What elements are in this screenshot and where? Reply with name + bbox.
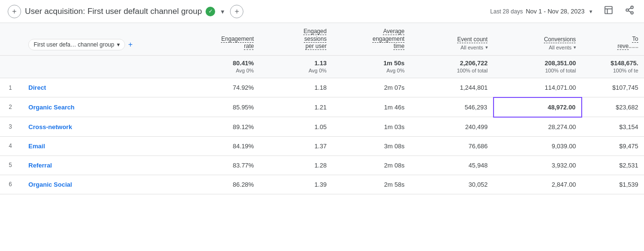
event-count-cell: 30,052 [410, 175, 493, 194]
add-filter-button[interactable]: + [128, 40, 132, 49]
summary-engagement-rate: 80.41% Avg 0% [187, 55, 260, 78]
revenue-cell: $2,531 [582, 155, 644, 175]
avg-engagement-cell: 1m 46s [333, 97, 411, 117]
date-range: Last 28 days Nov 1 - Nov 28, 2023 ▾ [490, 7, 594, 16]
channel-name-cell[interactable]: Referral [21, 155, 187, 175]
add-icon: + [12, 7, 16, 16]
table-row: 2 Organic Search 85.95% 1.21 1m 46s 546,… [0, 97, 644, 117]
table-row: 1 Direct 74.92% 1.18 2m 07s 1,244,801 11… [0, 78, 644, 97]
svg-point-3 [631, 6, 633, 9]
conversions-cell: 28,274.00 [494, 117, 582, 137]
channel-name-cell[interactable]: Organic Social [21, 175, 187, 194]
plus-icon: + [235, 7, 239, 16]
conversions-cell: 3,932.00 [494, 155, 582, 175]
conversions-column-header: Conversions All events ▾ [494, 23, 582, 55]
sessions-header-content: Engagedsessionsper user [265, 28, 327, 50]
summary-event-count: 2,206,722 100% of total [410, 55, 493, 78]
top-bar-right: Last 28 days Nov 1 - Nov 28, 2023 ▾ [490, 3, 636, 19]
revenue-cell: $9,475 [582, 136, 644, 155]
engagement-rate-cell: 74.92% [187, 78, 260, 97]
avg-engagement-label: Averageengagementtime [372, 28, 404, 50]
summary-rank [0, 55, 21, 78]
svg-rect-0 [605, 7, 612, 14]
date-value: Nov 1 - Nov 28, 2023 [526, 8, 585, 15]
table-row: 4 Email 84.19% 1.37 3m 08s 76,686 9,039.… [0, 136, 644, 155]
revenue-column-header: Toreve [582, 23, 644, 55]
avg-engagement-cell: 2m 58s [333, 175, 411, 194]
summary-revenue: $148,675. 100% of te [582, 55, 644, 78]
event-count-sub: All events [460, 45, 483, 50]
engaged-sessions-cell: 1.28 [260, 155, 333, 175]
avg-engagement-cell: 1m 03s [333, 117, 411, 137]
summary-row: 80.41% Avg 0% 1.13 Avg 0% 1m 50s Avg 0% … [0, 55, 644, 78]
chart-icon-button[interactable] [602, 3, 615, 19]
share-icon-button[interactable] [623, 3, 636, 19]
date-dropdown-button[interactable]: ▾ [587, 7, 594, 16]
rank-cell: 6 [0, 175, 21, 194]
event-count-cell: 1,244,801 [410, 78, 493, 97]
table-row: 6 Organic Social 86.28% 1.39 2m 58s 30,0… [0, 175, 644, 194]
revenue-cell: $107,745 [582, 78, 644, 97]
avg-engagement-column-header: Averageengagementtime [333, 23, 411, 55]
svg-line-7 [628, 8, 631, 9]
top-bar-left: + User acquisition: First user default c… [8, 5, 243, 18]
conversions-header-content: Conversions All events ▾ [499, 36, 576, 50]
top-bar: + User acquisition: First user default c… [0, 0, 644, 23]
engagement-rate-cell: 89.12% [187, 117, 260, 137]
table-header-row: First user defa… channel group ▾ + Engag… [0, 23, 644, 55]
rank-column-header [0, 23, 21, 55]
engaged-sessions-cell: 1.39 [260, 175, 333, 194]
channel-name-cell[interactable]: Direct [21, 78, 187, 97]
engaged-sessions-column-header: Engagedsessionsper user [260, 23, 333, 55]
channel-name-cell[interactable]: Email [21, 136, 187, 155]
table-container: First user defa… channel group ▾ + Engag… [0, 23, 644, 194]
summary-channel [21, 55, 187, 78]
engagement-rate-column-header: Engagementrate [187, 23, 260, 55]
verified-icon: ✓ [206, 7, 215, 16]
event-count-cell: 76,686 [410, 136, 493, 155]
rank-cell: 3 [0, 117, 21, 137]
engaged-sessions-cell: 1.21 [260, 97, 333, 117]
event-count-label: Event count [457, 36, 487, 44]
svg-point-5 [631, 12, 633, 14]
table-row: 3 Cross-network 89.12% 1.05 1m 03s 240,4… [0, 117, 644, 137]
engagement-rate-cell: 83.77% [187, 155, 260, 175]
conversions-cell: 9,039.00 [494, 136, 582, 155]
title-dropdown-button[interactable]: ▾ [219, 7, 226, 16]
add-tab-button[interactable]: + [8, 5, 21, 18]
svg-line-6 [628, 11, 631, 12]
engagement-header-content: Engagementrate [193, 36, 254, 50]
conversions-cell: 48,972.00 [494, 97, 582, 117]
add-comparison-button[interactable]: + [230, 5, 243, 18]
status-icon-group: ✓ [206, 7, 215, 16]
rank-cell: 5 [0, 155, 21, 175]
avg-engagement-cell: 3m 08s [333, 136, 411, 155]
engaged-sessions-cell: 1.37 [260, 136, 333, 155]
channel-filter-chip[interactable]: First user defa… channel group ▾ [28, 39, 125, 50]
conversions-dropdown[interactable]: ▾ [574, 45, 576, 50]
data-table: First user defa… channel group ▾ + Engag… [0, 23, 644, 194]
event-header-content: Event count All events ▾ [416, 36, 487, 50]
conversions-cell: 2,847.00 [494, 175, 582, 194]
engaged-sessions-label: Engagedsessionsper user [304, 28, 327, 50]
event-count-dropdown[interactable]: ▾ [485, 45, 488, 50]
engagement-rate-label: Engagementrate [221, 36, 254, 50]
rank-cell: 2 [0, 97, 21, 117]
channel-name-cell[interactable]: Cross-network [21, 117, 187, 137]
page-title: User acquisition: First user default cha… [25, 7, 202, 16]
avg-engagement-cell: 2m 08s [333, 155, 411, 175]
rank-cell: 1 [0, 78, 21, 97]
event-count-cell: 546,293 [410, 97, 493, 117]
engagement-rate-cell: 84.19% [187, 136, 260, 155]
summary-avg: 1m 50s Avg 0% [333, 55, 411, 78]
engagement-rate-cell: 86.28% [187, 175, 260, 194]
revenue-cell: $1,539 [582, 175, 644, 194]
svg-point-4 [626, 9, 629, 12]
event-count-cell: 240,499 [410, 117, 493, 137]
channel-name-cell[interactable]: Organic Search [21, 97, 187, 117]
avg-header-content: Averageengagementtime [338, 28, 405, 50]
engaged-sessions-cell: 1.18 [260, 78, 333, 97]
channel-filter-label: First user defa… channel group [34, 41, 114, 48]
summary-conversions: 208,351.00 100% of total [494, 55, 582, 78]
channel-header-content: First user defa… channel group ▾ + [28, 39, 181, 50]
